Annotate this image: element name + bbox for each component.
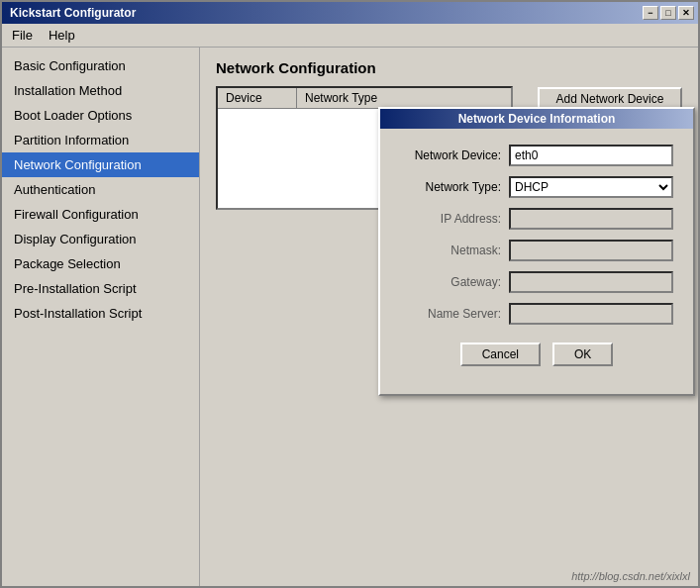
sidebar-item-install-method[interactable]: Installation Method [2,78,199,103]
network-device-input[interactable] [509,145,673,166]
ip-address-label: IP Address: [400,212,509,226]
gateway-row: Gateway: [400,271,673,293]
dialog-body: Network Device: Network Type: DHCP Stati… [380,129,693,394]
menu-file[interactable]: File [6,26,39,45]
section-title: Network Configuration [216,59,682,76]
network-type-select[interactable]: DHCP Static IP BOOTP [509,176,673,198]
netmask-label: Netmask: [400,244,509,257]
name-server-row: Name Server: [400,303,673,325]
menu-help[interactable]: Help [43,26,81,45]
window-title: Kickstart Configurator [10,6,136,20]
network-device-row: Network Device: [400,145,673,166]
main-window: Kickstart Configurator − □ ✕ File Help B… [0,0,700,588]
content-area: Network Configuration Device Network Typ… [200,48,698,586]
menu-bar: File Help [2,24,698,48]
cancel-button[interactable]: Cancel [460,343,541,366]
sidebar-item-authentication[interactable]: Authentication [2,177,199,202]
gateway-input[interactable] [509,271,673,293]
close-button[interactable]: ✕ [678,6,694,20]
title-bar-buttons: − □ ✕ [643,6,694,20]
sidebar-item-boot-loader[interactable]: Boot Loader Options [2,103,199,128]
sidebar-item-network-config[interactable]: Network Configuration [2,152,199,177]
sidebar-item-pre-install[interactable]: Pre-Installation Script [2,276,199,301]
dialog-button-row: Cancel OK [400,335,673,378]
network-device-dialog: Network Device Information Network Devic… [378,107,695,396]
netmask-input[interactable] [509,240,673,261]
netmask-row: Netmask: [400,240,673,261]
maximize-button[interactable]: □ [660,6,676,20]
table-header: Device Network Type [218,88,511,109]
minimize-button[interactable]: − [643,6,658,20]
ok-button[interactable]: OK [552,343,613,366]
ip-address-input[interactable] [509,208,673,230]
sidebar-item-post-install[interactable]: Post-Installation Script [2,301,199,326]
sidebar-item-basic-config[interactable]: Basic Configuration [2,53,199,78]
sidebar-item-partition-info[interactable]: Partition Information [2,128,199,152]
network-type-row: Network Type: DHCP Static IP BOOTP [400,176,673,198]
sidebar-item-display-config[interactable]: Display Configuration [2,227,199,251]
sidebar-item-package-selection[interactable]: Package Selection [2,251,199,276]
watermark: http://blog.csdn.net/xixlxl [571,570,690,582]
name-server-input[interactable] [509,303,673,325]
network-device-label: Network Device: [400,148,509,162]
dialog-title: Network Device Information [380,109,693,129]
col-device: Device [218,88,297,108]
gateway-label: Gateway: [400,275,509,289]
name-server-label: Name Server: [400,307,509,321]
sidebar-item-firewall-config[interactable]: Firewall Configuration [2,202,199,227]
title-bar: Kickstart Configurator − □ ✕ [2,2,698,24]
network-type-label: Network Type: [400,180,509,194]
col-network-type: Network Type [297,88,511,108]
sidebar: Basic Configuration Installation Method … [2,48,200,586]
main-content: Basic Configuration Installation Method … [2,48,698,586]
ip-address-row: IP Address: [400,208,673,230]
